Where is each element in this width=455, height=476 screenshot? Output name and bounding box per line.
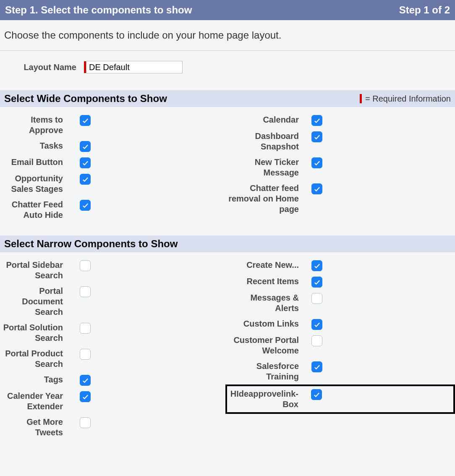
- component-row-customer-portal-welcome: Customer Portal Welcome: [228, 332, 455, 358]
- component-row-portal-product-search: Portal Product Search: [0, 346, 228, 372]
- narrow-section-title: Select Narrow Components to Show: [4, 238, 178, 250]
- component-row-tasks: Tasks: [0, 138, 228, 154]
- checkbox-customer-portal-welcome[interactable]: [311, 335, 322, 346]
- wide-components-grid: Items to Approve Tasks Email Button Oppo…: [0, 107, 455, 235]
- checkbox-calendar[interactable]: [311, 115, 322, 126]
- component-row-chatter-feed-removal-on-home-page: Chatter feed removal on Home page: [228, 180, 455, 217]
- component-label-new-ticker-message: New Ticker Message: [228, 157, 311, 178]
- component-row-tags: Tags: [0, 372, 228, 388]
- component-label-dashboard-snapshot: Dashboard Snapshot: [228, 131, 311, 152]
- component-label-customer-portal-welcome: Customer Portal Welcome: [228, 335, 311, 356]
- checkbox-email-button[interactable]: [80, 157, 91, 168]
- component-row-email-button: Email Button: [0, 154, 228, 171]
- component-label-portal-product-search: Portal Product Search: [0, 348, 80, 369]
- highlight-box-hideapprovelink-box: HIdeapprovelink-Box: [225, 384, 455, 414]
- narrow-components-grid: Portal Sidebar Search Portal Document Se…: [0, 252, 455, 453]
- component-row-opportunity-sales-stages: Opportunity Sales Stages: [0, 171, 228, 197]
- component-label-tasks: Tasks: [0, 141, 80, 151]
- checkbox-new-ticker-message[interactable]: [311, 157, 322, 168]
- component-label-custom-links: Custom Links: [228, 319, 311, 329]
- component-label-tags: Tags: [0, 374, 80, 385]
- checkbox-create-new[interactable]: [311, 260, 322, 271]
- checkbox-salesforce-training[interactable]: [311, 361, 322, 372]
- step-header: Step 1. Select the components to show St…: [0, 0, 455, 20]
- component-label-messages-alerts: Messages & Alerts: [228, 293, 311, 314]
- component-label-calender-year-extender: Calender Year Extender: [0, 391, 80, 412]
- required-info-text: = Required Information: [365, 94, 451, 104]
- component-row-new-ticker-message: New Ticker Message: [228, 154, 455, 180]
- component-row-messages-alerts: Messages & Alerts: [228, 290, 455, 316]
- component-label-email-button: Email Button: [0, 157, 80, 167]
- checkbox-chatter-feed-auto-hide[interactable]: [80, 200, 91, 211]
- component-row-items-to-approve: Items to Approve: [0, 112, 228, 138]
- component-label-calendar: Calendar: [228, 115, 311, 125]
- checkbox-calender-year-extender[interactable]: [80, 391, 91, 402]
- component-label-chatter-feed-removal-on-home-page: Chatter feed removal on Home page: [228, 183, 311, 214]
- component-row-recent-items: Recent Items: [228, 274, 455, 290]
- checkbox-portal-sidebar-search[interactable]: [80, 260, 91, 271]
- checkbox-get-more-tweets[interactable]: [80, 417, 91, 428]
- step-counter: Step 1 of 2: [399, 4, 450, 16]
- component-label-get-more-tweets: Get More Tweets: [0, 417, 80, 438]
- component-row-get-more-tweets: Get More Tweets: [0, 414, 228, 440]
- component-label-portal-sidebar-search: Portal Sidebar Search: [0, 260, 80, 281]
- component-row-custom-links: Custom Links: [228, 316, 455, 332]
- component-row-chatter-feed-auto-hide: Chatter Feed Auto Hide: [0, 197, 228, 223]
- component-row-calendar: Calendar: [228, 112, 455, 128]
- checkbox-dashboard-snapshot[interactable]: [311, 131, 322, 142]
- checkbox-portal-product-search[interactable]: [80, 349, 91, 360]
- layout-name-row: Layout Name: [0, 51, 455, 90]
- checkbox-hideapprovelink-box[interactable]: [311, 389, 322, 400]
- component-row-portal-solution-search: Portal Solution Search: [0, 320, 228, 346]
- checkbox-messages-alerts[interactable]: [311, 293, 322, 304]
- component-row-portal-document-search: Portal Document Search: [0, 283, 228, 320]
- checkbox-recent-items[interactable]: [311, 277, 322, 288]
- checkbox-portal-solution-search[interactable]: [80, 323, 91, 334]
- wide-section-header: Select Wide Components to Show = Require…: [0, 90, 455, 107]
- component-row-dashboard-snapshot: Dashboard Snapshot: [228, 128, 455, 154]
- instruction-text: Choose the components to include on your…: [0, 20, 455, 51]
- component-row-calender-year-extender: Calender Year Extender: [0, 388, 228, 414]
- checkbox-items-to-approve[interactable]: [80, 115, 91, 126]
- component-label-portal-solution-search: Portal Solution Search: [0, 322, 80, 343]
- component-label-salesforce-training: Salesforce Training: [228, 361, 311, 382]
- component-label-hideapprovelink-box: HIdeapprovelink-Box: [227, 389, 311, 410]
- layout-name-input[interactable]: [86, 61, 183, 73]
- checkbox-chatter-feed-removal-on-home-page[interactable]: [311, 183, 322, 194]
- narrow-section-header: Select Narrow Components to Show: [0, 235, 455, 252]
- component-label-items-to-approve: Items to Approve: [0, 115, 80, 136]
- component-row-portal-sidebar-search: Portal Sidebar Search: [0, 257, 228, 283]
- required-indicator-icon: [360, 94, 362, 103]
- component-row-salesforce-training: Salesforce Training: [228, 358, 455, 384]
- wide-section-title: Select Wide Components to Show: [4, 93, 167, 105]
- checkbox-opportunity-sales-stages[interactable]: [80, 174, 91, 185]
- required-info: = Required Information: [360, 94, 451, 104]
- component-label-portal-document-search: Portal Document Search: [0, 286, 80, 317]
- component-label-opportunity-sales-stages: Opportunity Sales Stages: [0, 173, 80, 194]
- component-label-create-new: Create New...: [228, 260, 311, 270]
- component-label-chatter-feed-auto-hide: Chatter Feed Auto Hide: [0, 199, 80, 220]
- checkbox-tasks[interactable]: [80, 141, 91, 152]
- layout-name-label: Layout Name: [4, 63, 84, 72]
- checkbox-portal-document-search[interactable]: [80, 286, 91, 297]
- checkbox-custom-links[interactable]: [311, 319, 322, 330]
- component-label-recent-items: Recent Items: [228, 276, 311, 287]
- component-row-create-new: Create New...: [228, 257, 455, 274]
- checkbox-tags[interactable]: [80, 375, 91, 386]
- step-title: Step 1. Select the components to show: [5, 4, 192, 16]
